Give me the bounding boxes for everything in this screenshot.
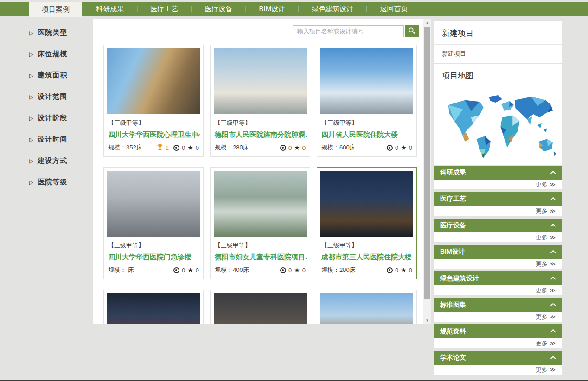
project-stats: 规模：280床0★0 [214,143,307,152]
views-icon [387,267,393,273]
stat-icons: 0★0 [280,144,306,151]
hospital-grade-label: 【三级甲等】 [107,119,200,127]
accordion-section: BIM设计更多 ≫ [434,245,562,269]
project-photo [320,293,413,324]
more-link[interactable]: 更多 ≫ [536,207,556,215]
filter-item-1[interactable]: ▷医院类型 [29,28,89,37]
stat-icons: 0★0 [387,267,412,274]
project-card[interactable]: 【三级甲等】德阳市人民医院旌南分院肿瘤...规模：280床0★0 [210,45,310,157]
filter-item-2[interactable]: ▷床位规模 [29,50,89,58]
filter-item-7[interactable]: ▷建设方式 [29,156,89,165]
accordion-header-5[interactable]: 绿色建筑设计 [434,271,562,285]
chevron-up-icon [550,356,556,361]
scrollbar-thumb[interactable] [424,27,430,299]
filter-item-6[interactable]: ▷设计时间 [29,135,89,144]
trophy-count: 1 [166,144,169,151]
more-link[interactable]: 更多 ≫ [536,233,556,242]
more-link[interactable]: 更多 ≫ [536,313,556,321]
hospital-grade-label: 【三级甲等】 [107,241,200,250]
hospital-grade-label: 【三级甲等】 [320,119,413,127]
favorites-count: 0 [196,144,199,151]
nav-item-3[interactable]: 医疗工艺 [138,2,191,16]
nav-item-1[interactable]: 项目案例 [29,2,82,17]
search-button[interactable] [405,25,419,37]
scrollbar[interactable]: ▲ ▼ [423,19,431,324]
triangle-expand-icon: ▷ [29,72,33,79]
project-title-link[interactable]: 四川大学华西医院门急诊楼 [107,253,200,262]
filter-label: 医院等级 [38,178,67,187]
bed-scale-label: 规模： 床 [108,266,134,274]
project-card[interactable] [210,290,310,324]
project-title-link[interactable]: 德阳市妇女儿童专科医院项目... [214,253,307,262]
more-link[interactable]: 更多 ≫ [536,339,556,348]
favorites-count: 0 [409,267,412,274]
accordion-body: 更多 ≫ [434,338,562,348]
project-card[interactable]: 【三级甲等】成都市第三人民医院住院大楼规模：280床0★0 [317,167,417,279]
accordion-header-6[interactable]: 标准图集 [434,298,562,312]
accordion-header-7[interactable]: 规范资料 [434,324,562,338]
filter-item-8[interactable]: ▷医院等级 [29,178,89,187]
accordion-body: 更多 ≫ [434,365,562,375]
project-photo [107,171,200,237]
more-link[interactable]: 更多 ≫ [536,366,556,374]
project-card[interactable]: 【三级甲等】四川省人民医院住院大楼规模：600床0★0 [317,45,417,157]
filter-label: 床位规模 [38,50,67,58]
more-link[interactable]: 更多 ≫ [536,260,556,268]
accordion-header-2[interactable]: 医疗工艺 [434,192,562,206]
views-count: 0 [288,267,292,274]
nav-item-5[interactable]: BIM设计 [247,2,298,16]
project-title-link[interactable]: 四川大学华西医院心理卫生中心 [107,130,200,139]
filter-item-3[interactable]: ▷建筑面积 [29,71,89,80]
filter-item-5[interactable]: ▷设计阶段 [29,114,89,123]
nav-item-2[interactable]: 科研成果 [83,2,136,16]
chevron-up-icon [550,329,556,335]
accordion-label: 规范资料 [440,327,466,336]
stat-icons: 10★0 [157,144,199,152]
project-title-link[interactable]: 德阳市人民医院旌南分院肿瘤... [214,130,307,139]
accordion-header-4[interactable]: BIM设计 [434,245,562,259]
main-panel: 【三级甲等】四川大学华西医院心理卫生中心规模：352床10★0【三级甲等】德阳市… [93,19,423,324]
views-icon [280,145,286,151]
project-card[interactable] [103,290,204,324]
accordion-label: 绿色建筑设计 [440,274,479,283]
hospital-grade-label: 【三级甲等】 [214,119,307,127]
views-icon [387,145,393,151]
project-title-link[interactable]: 四川省人民医院住院大楼 [320,130,413,139]
accordion-label: 学术论文 [440,354,466,362]
filter-label: 设计范围 [38,92,67,101]
chevron-up-icon [550,197,556,202]
project-card[interactable] [317,290,417,324]
scrollbar-down-arrow[interactable]: ▼ [423,317,431,324]
nav-item-7[interactable]: 返回首页 [367,2,420,16]
nav-item-4[interactable]: 医疗设备 [192,2,245,16]
accordion-list: 科研成果更多 ≫医疗工艺更多 ≫医疗设备更多 ≫BIM设计更多 ≫绿色建筑设计更… [434,166,562,375]
favorites-count: 0 [302,144,306,151]
project-card[interactable]: 【三级甲等】四川大学华西医院心理卫生中心规模：352床10★0 [103,45,204,157]
project-title-link[interactable]: 成都市第三人民医院住院大楼 [320,253,413,262]
filter-item-4[interactable]: ▷设计范围 [29,92,89,101]
accordion-section: 科研成果更多 ≫ [434,166,562,189]
more-link[interactable]: 更多 ≫ [536,286,556,295]
project-map-box: 项目地图 [434,64,562,87]
chevron-up-icon [550,224,556,229]
project-card[interactable]: 【三级甲等】德阳市妇女儿童专科医院项目...规模：400床0★0 [210,167,310,279]
accordion-header-3[interactable]: 医疗设备 [434,219,562,232]
accordion-body: 更多 ≫ [434,285,562,295]
bed-scale-label: 规模：280床 [321,266,356,274]
chevron-up-icon [550,250,556,255]
scrollbar-up-arrow[interactable]: ▲ [423,19,431,26]
project-card[interactable]: 【三级甲等】四川大学华西医院门急诊楼规模： 床0★0 [103,167,204,279]
triangle-expand-icon: ▷ [29,179,33,186]
triangle-expand-icon: ▷ [29,94,33,100]
project-stats: 规模：280床0★0 [320,266,413,274]
favorite-icon: ★ [294,144,300,151]
search-input[interactable] [293,25,404,37]
new-project-link[interactable]: 新建项目 [434,45,562,63]
favorite-icon: ★ [187,267,193,273]
accordion-header-8[interactable]: 学术论文 [434,351,562,365]
project-map-title: 项目地图 [434,64,562,87]
filter-label: 设计时间 [38,135,67,144]
more-link[interactable]: 更多 ≫ [536,181,556,189]
nav-item-6[interactable]: 绿色建筑设计 [299,2,366,16]
accordion-header-1[interactable]: 科研成果 [434,166,562,180]
